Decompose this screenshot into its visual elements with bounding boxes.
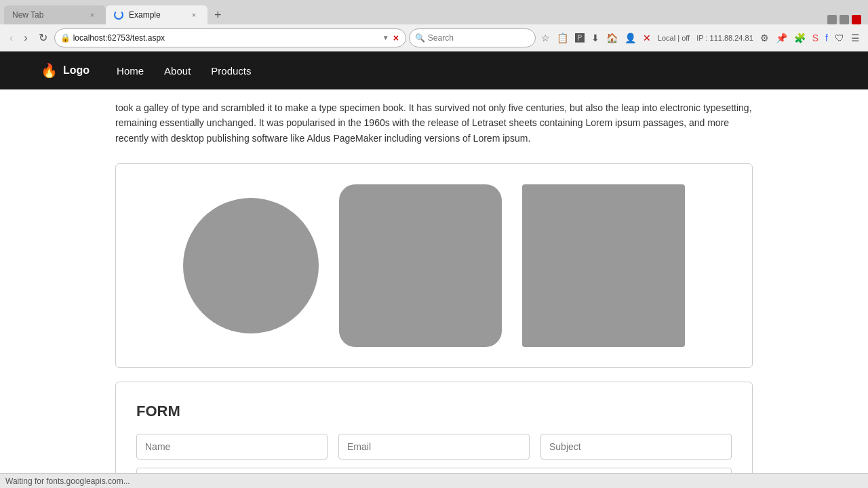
new-tab-button[interactable]: + [210, 5, 226, 24]
reload-button[interactable]: ↻ [35, 28, 52, 47]
bookmark-icon[interactable]: ☆ [538, 30, 553, 46]
maximize-button[interactable] [840, 15, 849, 24]
minimize-button[interactable] [827, 15, 837, 24]
form-row-1 [136, 434, 732, 460]
browser-viewport: took a galley of type and scrambled it t… [0, 89, 868, 473]
settings-icon[interactable]: ⚙ [757, 30, 772, 46]
menu-icon[interactable]: ☰ [848, 30, 863, 46]
extension-icon[interactable]: 🧩 [791, 30, 808, 46]
toolbar-icons: ☆ 📋 🅿 ⬇ 🏠 👤 ✕ Local | off IP : 111.88.24… [538, 30, 863, 46]
forward-button[interactable]: › [20, 29, 31, 47]
search-icon: 🔍 [415, 33, 425, 43]
tab-loading-icon [114, 10, 123, 20]
download-icon[interactable]: ⬇ [589, 30, 602, 46]
image-placeholder-rounded [339, 184, 502, 347]
image-section [115, 163, 753, 368]
nav-about[interactable]: About [164, 62, 191, 79]
site-navbar: 🔥 Logo Home About Products [0, 52, 868, 89]
browser-chrome: New Tab × Example × + ‹ › ↻ 🔒 ▼ × 🔍 [0, 0, 868, 52]
tabs-bar: New Tab × Example × + [0, 0, 868, 24]
body-text: took a galley of type and scrambled it t… [115, 89, 753, 157]
nav-home[interactable]: Home [117, 62, 144, 79]
local-off-label: Local | off [655, 31, 692, 45]
message-textarea[interactable] [136, 468, 732, 473]
close-icon2[interactable]: ✕ [640, 30, 654, 46]
sync-icon[interactable]: S [810, 30, 821, 46]
address-input[interactable] [73, 33, 380, 43]
facebook-icon[interactable]: f [823, 30, 831, 46]
browser-toolbar: ‹ › ↻ 🔒 ▼ × 🔍 ☆ 📋 🅿 ⬇ 🏠 👤 ✕ Local | off … [0, 24, 868, 52]
home-icon[interactable]: 🏠 [604, 30, 620, 46]
form-title: FORM [136, 403, 732, 420]
tab-title-2: Example [129, 10, 161, 20]
tab-example[interactable]: Example × [106, 5, 208, 24]
tab-close-1[interactable]: × [87, 9, 98, 20]
pin-icon[interactable]: 📌 [773, 30, 790, 46]
pocket-icon[interactable]: 🅿 [572, 30, 587, 46]
logo-text: Logo [63, 64, 90, 77]
close-window-button[interactable] [852, 15, 861, 24]
nav-products[interactable]: Products [211, 62, 251, 79]
shield-icon[interactable]: 🛡 [832, 30, 847, 46]
logo-icon: 🔥 [41, 62, 58, 79]
ip-label: IP : 111.88.24.81 [694, 31, 756, 45]
avatar-icon[interactable]: 👤 [622, 30, 639, 46]
email-input[interactable] [338, 434, 530, 460]
image-placeholder-circle [183, 198, 319, 333]
search-bar[interactable]: 🔍 [409, 28, 536, 47]
back-button[interactable]: ‹ [5, 29, 17, 47]
clear-address-button[interactable]: × [392, 33, 400, 43]
address-bar[interactable]: 🔒 ▼ × [54, 28, 406, 47]
tab-title: New Tab [12, 10, 43, 20]
page-content: took a galley of type and scrambled it t… [75, 89, 793, 473]
name-input[interactable] [136, 434, 328, 460]
image-placeholder-rect [522, 184, 685, 347]
tab-close-2[interactable]: × [189, 9, 199, 20]
nav-links: Home About Products [117, 62, 251, 79]
form-row-2 [136, 468, 732, 473]
dropdown-icon: ▼ [382, 34, 389, 41]
search-input[interactable] [428, 33, 530, 43]
form-section: FORM Send [115, 382, 753, 473]
reader-icon[interactable]: 📋 [554, 30, 571, 46]
logo-area[interactable]: 🔥 Logo [41, 62, 90, 79]
tab-new-tab[interactable]: New Tab × [4, 5, 106, 24]
subject-input[interactable] [540, 434, 732, 460]
lock-icon: 🔒 [60, 33, 71, 43]
